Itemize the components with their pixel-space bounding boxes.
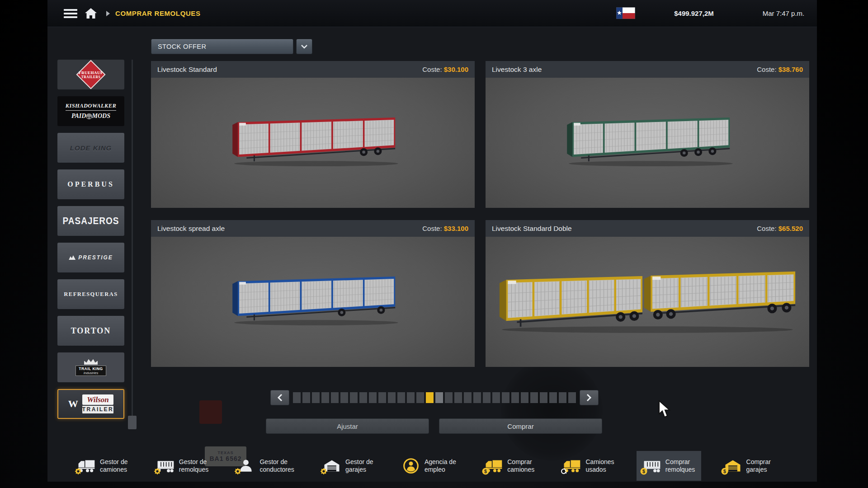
brand-kishadowalker[interactable]: KISHADOWALKERPAIDMODS <box>57 96 124 126</box>
stock-offer-dropdown[interactable]: STOCK OFFER <box>151 39 293 54</box>
brand-prestige[interactable]: PRESTIGE <box>57 243 124 272</box>
buy-trucks-icon: $ <box>485 458 503 474</box>
page-square-23[interactable] <box>502 392 509 403</box>
brand-wilson[interactable]: WWilsonTRAILER <box>57 389 124 419</box>
page-next-button[interactable] <box>580 390 599 405</box>
page-square-30[interactable] <box>568 392 576 403</box>
page-square-18[interactable] <box>454 392 462 403</box>
driver-manager-icon <box>237 458 255 474</box>
toolbar-item-trailer-manager[interactable]: Gestor deremolques <box>150 451 215 481</box>
brand-torton[interactable]: TORTON <box>57 316 124 346</box>
garage-manager-icon <box>323 458 341 474</box>
buy-trailers-icon: $ <box>643 458 661 474</box>
chevron-down-icon <box>301 44 308 49</box>
page-square-1[interactable] <box>293 392 301 403</box>
page-square-28[interactable] <box>549 392 557 403</box>
page-square-27[interactable] <box>540 392 547 403</box>
page-square-19[interactable] <box>464 392 472 403</box>
page-square-25[interactable] <box>521 392 528 403</box>
page-square-3[interactable] <box>312 392 320 403</box>
brand-label: KISHADOWALKER <box>66 103 117 111</box>
trailer-card-2[interactable]: Livestock 3 axleCoste: $38.760 <box>486 61 809 208</box>
brand-label: OPERBUS <box>67 180 114 188</box>
page-square-29[interactable] <box>559 392 566 403</box>
chevron-left-icon <box>277 394 283 402</box>
page-square-12[interactable] <box>397 392 405 403</box>
brand-trail-king[interactable]: TRAIL KINGIndustries <box>57 352 124 382</box>
page-square-26[interactable] <box>530 392 538 403</box>
trailer-render <box>222 272 403 331</box>
toolbar-item-employment-agency[interactable]: Agencia deempleo <box>396 451 462 481</box>
trailer-render <box>494 266 801 338</box>
toolbar-item-buy-trailers[interactable]: $Comprarremolques <box>637 451 701 481</box>
topbar: COMPRAR REMOLQUES $499.927,2M Mar 7:47 p… <box>47 0 817 27</box>
brand-fruehauf[interactable]: FRUEHAUFTRAILERS <box>57 60 124 89</box>
page-square-11[interactable] <box>388 392 396 403</box>
page-square-6[interactable] <box>340 392 348 403</box>
brand-lode-king[interactable]: LODE KING <box>57 133 124 163</box>
chevron-right-icon <box>586 394 592 402</box>
page-square-24[interactable] <box>511 392 519 403</box>
dollar-badge-icon: $ <box>482 468 489 475</box>
trailer-price: $33.100 <box>444 225 468 232</box>
menu-button[interactable] <box>64 9 77 18</box>
toolbar-item-buy-garages[interactable]: $Comprargarajes <box>717 451 777 481</box>
toolbar-item-buy-trucks[interactable]: $Comprarcamiones <box>478 451 541 481</box>
trail-king-crown-icon <box>84 359 98 365</box>
texas-flag-icon <box>616 7 635 21</box>
toolbar-item-driver-manager[interactable]: Gestor deconductores <box>231 451 300 481</box>
page-square-5[interactable] <box>331 392 339 403</box>
card-header: Livestock Standard DobleCoste: $65.520 <box>486 220 809 237</box>
page-prev-button[interactable] <box>270 390 289 405</box>
stock-offer-dropdown-arrow[interactable] <box>296 39 312 54</box>
page-square-14[interactable] <box>416 392 424 403</box>
toolbar-item-used-trucks[interactable]: Camionesusados <box>557 451 620 481</box>
page-square-7[interactable] <box>350 392 358 403</box>
trailer-card-4[interactable]: Livestock Standard DobleCoste: $65.520 <box>486 220 809 367</box>
page-square-22[interactable] <box>492 392 500 403</box>
cost-label: Coste: <box>422 225 442 232</box>
trailer-image <box>151 78 475 208</box>
toolbar-item-truck-manager[interactable]: Gestor decamiones <box>71 451 134 481</box>
breadcrumb-chevron-icon <box>106 10 110 19</box>
page-square-21[interactable] <box>483 392 491 403</box>
trailer-image <box>486 237 809 367</box>
trailer-name: Livestock Standard Doble <box>492 225 572 233</box>
page-square-10[interactable] <box>378 392 386 403</box>
buy-garages-icon: $ <box>724 458 742 474</box>
buy-button[interactable]: Comprar <box>439 418 602 434</box>
trailer-name: Livestock spread axle <box>157 225 225 233</box>
page-square-13[interactable] <box>407 392 415 403</box>
game-screen: TEXAS BA1 6562 COMPRAR REMOLQUES <box>0 0 868 488</box>
trailer-cards: Livestock StandardCoste: $30.100Livestoc… <box>151 61 809 367</box>
page-square-20[interactable] <box>473 392 481 403</box>
page-square-16[interactable] <box>435 392 443 403</box>
adjust-button[interactable]: Ajustar <box>266 418 429 434</box>
gear-badge-icon <box>234 468 241 475</box>
cost-label: Coste: <box>757 225 776 232</box>
trailer-price: $30.100 <box>444 66 468 73</box>
brand-label: TRAIL KING <box>79 366 103 371</box>
trailer-name: Livestock 3 axle <box>492 66 542 74</box>
toolbar-item-label: Comprarcamiones <box>507 458 534 474</box>
page-square-2[interactable] <box>302 392 310 403</box>
trailer-card-3[interactable]: Livestock spread axleCoste: $33.100 <box>151 220 475 367</box>
brand-scrollbar-thumb[interactable] <box>128 416 137 429</box>
toolbar-item-garage-manager[interactable]: Gestor degarajes <box>316 451 379 481</box>
svg-text:$: $ <box>642 469 645 474</box>
brand-pasajeros[interactable]: PASAJEROS <box>57 206 124 236</box>
page-square-9[interactable] <box>369 392 377 403</box>
brand-label: PASAJEROS <box>63 216 119 227</box>
brand-refresqueras[interactable]: REFRESQUERAS <box>57 279 124 309</box>
toolbar-item-label: Camionesusados <box>585 458 614 474</box>
trailer-render <box>222 113 403 172</box>
page-square-15[interactable] <box>426 392 434 403</box>
page-square-17[interactable] <box>445 392 453 403</box>
brand-label: FRUEHAUFTRAILERS <box>79 70 103 79</box>
dollar-badge-icon: $ <box>721 468 728 475</box>
page-square-4[interactable] <box>321 392 329 403</box>
trailer-card-1[interactable]: Livestock StandardCoste: $30.100 <box>151 61 475 208</box>
brand-operbus[interactable]: OPERBUS <box>57 169 124 199</box>
page-square-8[interactable] <box>359 392 367 403</box>
home-button[interactable] <box>85 8 97 19</box>
